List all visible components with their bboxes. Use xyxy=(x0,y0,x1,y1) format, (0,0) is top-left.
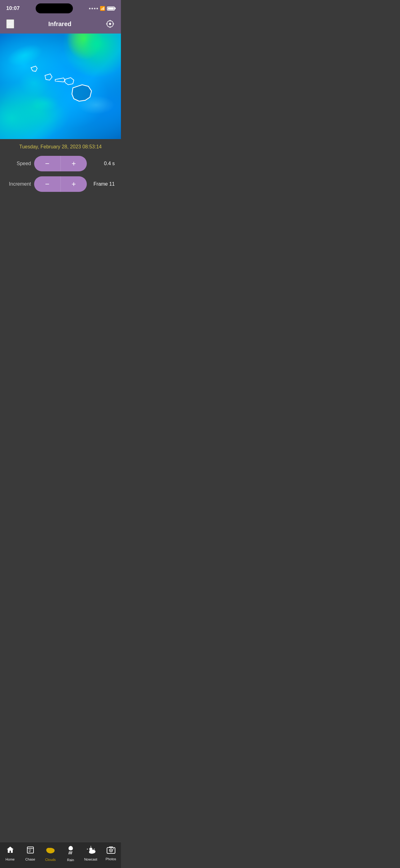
speed-control-row: Speed − + 0.4 s xyxy=(6,156,115,172)
cloud-swirl xyxy=(77,96,115,114)
svg-point-1 xyxy=(109,23,111,25)
cloud-swirl xyxy=(31,96,59,111)
back-button[interactable]: ← xyxy=(6,19,14,29)
status-bar: 10:07 📶 xyxy=(0,0,121,16)
nav-header: ← Infrared xyxy=(0,16,121,34)
increment-label: Increment xyxy=(6,181,31,187)
status-icons: 📶 xyxy=(89,6,115,11)
tab-bar-spacer xyxy=(0,202,121,233)
increment-value: Frame 11 xyxy=(90,181,115,187)
status-time: 10:07 xyxy=(6,5,20,11)
increment-decrease-button[interactable]: − xyxy=(34,176,61,192)
speed-label: Speed xyxy=(6,161,31,166)
satellite-image[interactable] xyxy=(0,34,121,139)
timestamp: Tuesday, February 28, 2023 08:53:14 xyxy=(6,144,115,150)
increment-increase-button[interactable]: + xyxy=(61,176,87,192)
signal-icon xyxy=(89,8,98,9)
increment-stepper: − + xyxy=(34,176,87,192)
speed-stepper: − + xyxy=(34,156,87,172)
location-button[interactable] xyxy=(105,19,115,29)
battery-icon xyxy=(107,6,115,10)
speed-value: 0.4 s xyxy=(90,161,115,166)
increment-control-row: Increment − + Frame 11 xyxy=(6,176,115,192)
main-content: Tuesday, February 28, 2023 08:53:14 Spee… xyxy=(0,139,121,263)
controls-area: Tuesday, February 28, 2023 08:53:14 Spee… xyxy=(0,139,121,202)
cloud-swirl xyxy=(17,68,52,98)
page-title: Infrared xyxy=(48,21,71,28)
speed-decrease-button[interactable]: − xyxy=(34,156,61,172)
speed-increase-button[interactable]: + xyxy=(61,156,87,172)
dynamic-island xyxy=(36,3,73,13)
infrared-canvas xyxy=(0,34,121,139)
wifi-icon: 📶 xyxy=(100,6,105,11)
location-icon xyxy=(106,20,114,28)
